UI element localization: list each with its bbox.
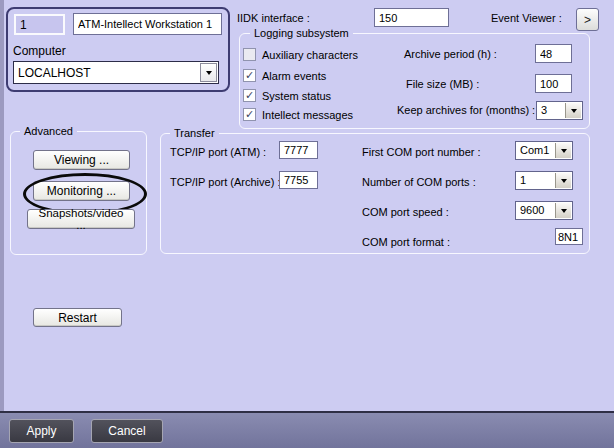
com-port-speed-select[interactable]: 9600: [515, 201, 573, 220]
number-com-ports-select[interactable]: 1: [515, 171, 573, 190]
logging-subsystem-title: Logging subsystem: [250, 27, 353, 39]
atm-settings-panel: Computer LOCALHOST IIDK interface : Even…: [0, 0, 614, 448]
archive-period-field[interactable]: [535, 44, 572, 63]
computer-select-value: LOCALHOST: [18, 66, 91, 80]
auxiliary-characters-label: Auxiliary characters: [262, 49, 358, 61]
object-id-field[interactable]: [14, 14, 65, 35]
checkbox-row: Alarm events: [243, 69, 326, 82]
file-size-field[interactable]: [535, 74, 572, 93]
checkbox-row: Auxiliary characters: [243, 48, 358, 61]
arrow-right-icon: >: [584, 13, 591, 27]
event-viewer-label: Event Viewer :: [491, 12, 562, 25]
com-port-speed-value: 9600: [520, 204, 544, 216]
number-com-ports-label: Number of COM ports :: [362, 176, 476, 189]
alarm-events-checkbox[interactable]: [243, 69, 256, 82]
com-port-format-label: COM port format :: [362, 236, 450, 249]
checkbox-row: System status: [243, 89, 331, 102]
transfer-title: Transfer: [170, 127, 219, 139]
intellect-messages-label: Intellect messages: [262, 109, 353, 121]
auxiliary-characters-checkbox[interactable]: [243, 48, 256, 61]
advanced-title: Advanced: [20, 125, 77, 137]
restart-button[interactable]: Restart: [33, 308, 122, 327]
keep-archives-select[interactable]: 3: [536, 101, 583, 120]
com-port-speed-label: COM port speed :: [362, 206, 449, 219]
keep-archives-label: Keep archives for (months) :: [397, 104, 535, 117]
chevron-down-icon: [565, 103, 581, 118]
iidk-interface-field[interactable]: [374, 8, 449, 27]
object-name-field[interactable]: [73, 13, 222, 35]
archive-period-label: Archive period (h) :: [404, 48, 497, 61]
iidk-interface-label: IIDK interface :: [237, 12, 310, 25]
first-com-port-label: First COM port number :: [362, 146, 481, 159]
number-com-ports-value: 1: [520, 174, 526, 186]
checkbox-row: Intellect messages: [243, 108, 353, 121]
chevron-down-icon: [555, 173, 571, 188]
apply-button[interactable]: Apply: [9, 419, 74, 443]
first-com-port-value: Com1: [520, 144, 549, 156]
chevron-down-icon: [555, 143, 571, 158]
computer-label: Computer: [13, 45, 66, 58]
alarm-events-label: Alarm events: [262, 70, 326, 82]
snapshots-video-button[interactable]: Snapshots/video ...: [27, 209, 135, 229]
com-port-format-field[interactable]: [555, 228, 583, 245]
computer-select[interactable]: LOCALHOST: [13, 61, 219, 84]
intellect-messages-checkbox[interactable]: [243, 108, 256, 121]
event-viewer-button[interactable]: >: [576, 8, 599, 31]
cancel-button[interactable]: Cancel: [91, 419, 163, 443]
tcp-port-archive-label: TCP/IP port (Archive) :: [170, 176, 280, 189]
system-status-label: System status: [262, 90, 331, 102]
file-size-label: File size (MB) :: [406, 78, 479, 91]
system-status-checkbox[interactable]: [243, 89, 256, 102]
tcp-port-atm-label: TCP/IP port (ATM) :: [170, 146, 266, 159]
tcp-port-atm-field[interactable]: [279, 141, 318, 159]
tcp-port-archive-field[interactable]: [279, 171, 318, 189]
window-edge: [0, 0, 4, 448]
monitoring-button[interactable]: Monitoring ...: [33, 181, 130, 201]
viewing-button[interactable]: Viewing ...: [33, 150, 130, 170]
keep-archives-value: 3: [541, 104, 547, 116]
chevron-down-icon: [200, 63, 217, 82]
chevron-down-icon: [555, 203, 571, 218]
first-com-port-select[interactable]: Com1: [515, 141, 573, 160]
